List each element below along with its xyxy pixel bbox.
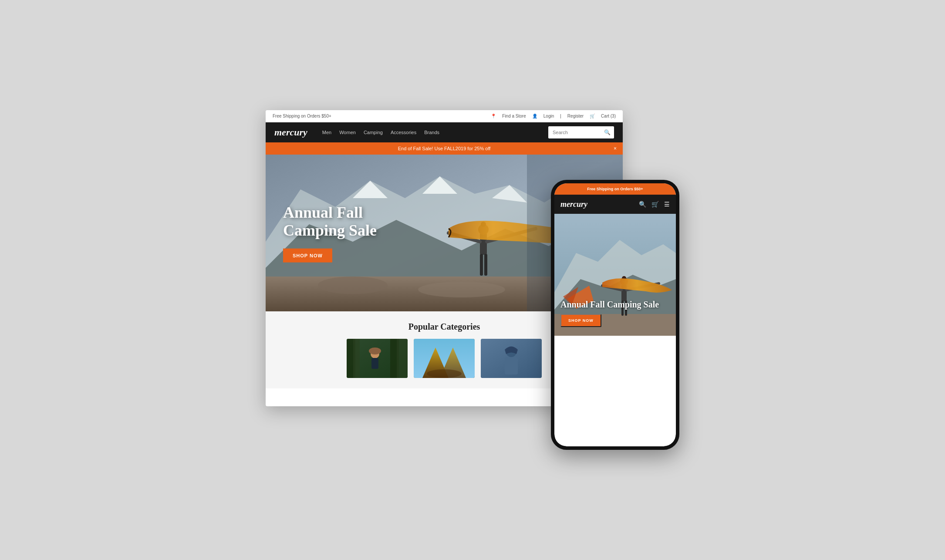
top-bar-left: Free Shipping on Orders $50+ bbox=[273, 114, 331, 118]
main-nav: mercury Men Women Camping Accessories Br… bbox=[266, 122, 623, 142]
mobile-cart-icon[interactable]: 🛒 bbox=[651, 201, 659, 208]
login-link[interactable]: Login bbox=[543, 114, 554, 118]
svg-rect-13 bbox=[480, 254, 483, 276]
nav-camping[interactable]: Camping bbox=[364, 130, 383, 135]
nav-links: Men Women Camping Accessories Brands bbox=[322, 130, 538, 135]
promo-bar: End of Fall Sale! Use FALL2019 for 25% o… bbox=[266, 142, 623, 155]
separator: | bbox=[560, 114, 561, 118]
category-card-women[interactable] bbox=[347, 339, 408, 378]
mobile-device: Free Shipping on Orders $50+ mercury 🔍 🛒… bbox=[551, 180, 679, 450]
cart-icon: 🛒 bbox=[590, 114, 595, 118]
svg-rect-25 bbox=[371, 358, 378, 369]
mobile-search-icon[interactable]: 🔍 bbox=[639, 201, 646, 208]
svg-rect-32 bbox=[505, 357, 518, 374]
mobile-nav: mercury 🔍 🛒 ☰ bbox=[554, 195, 676, 214]
top-bar: Free Shipping on Orders $50+ 📍 Find a St… bbox=[266, 110, 623, 122]
find-store-link[interactable]: Find a Store bbox=[502, 114, 526, 118]
top-bar-right: 📍 Find a Store 👤 Login | Register 🛒 Cart… bbox=[491, 114, 616, 118]
mobile-hero: Annual Fall Camping Sale SHOP NOW bbox=[554, 214, 676, 336]
mobile-screen: Free Shipping on Orders $50+ mercury 🔍 🛒… bbox=[554, 183, 676, 446]
category-camping-image bbox=[414, 339, 475, 378]
svg-rect-14 bbox=[484, 254, 487, 276]
cart-link[interactable]: Cart (3) bbox=[601, 114, 616, 118]
category-card-camping[interactable] bbox=[414, 339, 475, 378]
user-icon: 👤 bbox=[532, 114, 537, 118]
promo-text: End of Fall Sale! Use FALL2019 for 25% o… bbox=[398, 146, 491, 151]
category-card-outerwear[interactable] bbox=[481, 339, 542, 378]
svg-point-8 bbox=[318, 277, 388, 294]
category-outerwear-image bbox=[481, 339, 542, 378]
hero-title: Annual Fall Camping Sale bbox=[283, 204, 405, 240]
mobile-shop-now-button[interactable]: SHOP NOW bbox=[560, 314, 601, 327]
svg-point-29 bbox=[427, 369, 462, 378]
mobile-hero-content: Annual Fall Camping Sale SHOP NOW bbox=[560, 299, 659, 327]
svg-rect-22 bbox=[397, 339, 408, 378]
shipping-notice: Free Shipping on Orders $50+ bbox=[273, 114, 331, 118]
nav-accessories[interactable]: Accessories bbox=[391, 130, 416, 135]
search-input[interactable] bbox=[548, 126, 601, 138]
mobile-nav-icons: 🔍 🛒 ☰ bbox=[639, 201, 670, 208]
svg-rect-20 bbox=[353, 339, 360, 378]
mobile-promo-bar: Free Shipping on Orders $50+ bbox=[554, 183, 676, 195]
search-button[interactable]: 🔍 bbox=[601, 126, 614, 138]
mobile-menu-icon[interactable]: ☰ bbox=[664, 201, 670, 208]
register-link[interactable]: Register bbox=[567, 114, 584, 118]
search-bar: 🔍 bbox=[548, 126, 614, 138]
hero-content: Annual Fall Camping Sale SHOP NOW bbox=[283, 204, 405, 263]
nav-brands[interactable]: Brands bbox=[424, 130, 439, 135]
nav-men[interactable]: Men bbox=[322, 130, 331, 135]
scene: Free Shipping on Orders $50+ 📍 Find a St… bbox=[266, 110, 679, 450]
svg-point-9 bbox=[418, 282, 505, 297]
mobile-hero-title: Annual Fall Camping Sale bbox=[560, 299, 659, 310]
shop-now-button[interactable]: SHOP NOW bbox=[283, 248, 332, 262]
nav-women[interactable]: Women bbox=[339, 130, 356, 135]
category-women-image bbox=[347, 339, 408, 378]
mobile-logo[interactable]: mercury bbox=[560, 200, 587, 209]
location-icon: 📍 bbox=[491, 114, 496, 118]
site-logo[interactable]: mercury bbox=[274, 127, 307, 138]
mobile-promo-text: Free Shipping on Orders $50+ bbox=[587, 187, 643, 191]
promo-close-button[interactable]: × bbox=[614, 145, 617, 152]
svg-point-24 bbox=[369, 347, 381, 354]
